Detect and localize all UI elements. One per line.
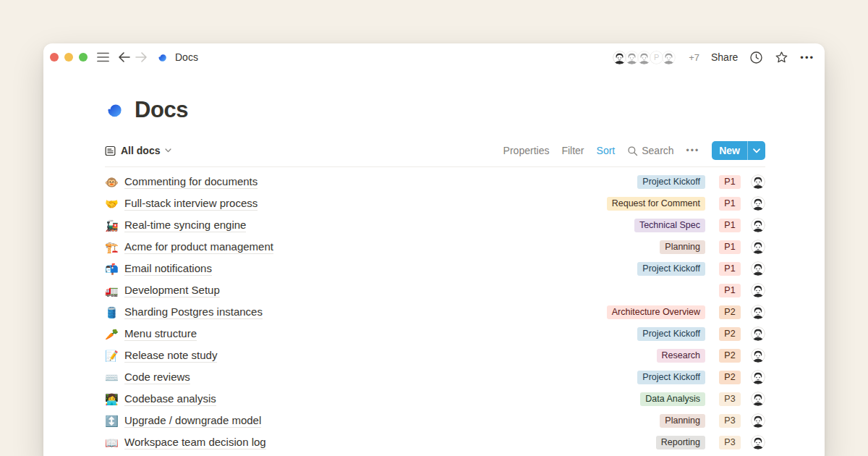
doc-title[interactable]: Email notifications	[124, 262, 212, 276]
doc-emoji-icon: 🛢️	[105, 307, 124, 318]
traffic-lights	[50, 53, 88, 62]
doc-row[interactable]: 📝 Release note study Research P2	[105, 345, 765, 366]
doc-priority-badge[interactable]: P1	[719, 197, 741, 211]
share-button[interactable]: Share	[711, 51, 738, 63]
doc-priority-badge[interactable]: P2	[719, 349, 741, 363]
doc-row[interactable]: 📬 Email notifications Project Kickoff P1	[105, 258, 765, 279]
doc-row[interactable]: 🤝 Full-stack interview process Request f…	[105, 193, 765, 214]
favorite-star-icon[interactable]	[775, 51, 788, 64]
view-more-icon[interactable]: •••	[686, 145, 700, 156]
doc-type-tag[interactable]: Research	[657, 349, 706, 363]
collaborators-overflow-count: +7	[689, 52, 699, 63]
doc-emoji-icon: 📬	[105, 263, 124, 274]
doc-emoji-icon: ⌨️	[105, 372, 124, 383]
doc-title[interactable]: Menu structure	[124, 327, 197, 341]
search-icon	[627, 145, 638, 156]
doc-emoji-icon: ↕️	[105, 415, 124, 426]
doc-row[interactable]: 🥕 Menu structure Project Kickoff P2	[105, 323, 765, 345]
docs-list: 🐵 Commenting for documents Project Kicko…	[105, 171, 765, 456]
doc-type-tag[interactable]: Request for Comment	[607, 197, 705, 211]
doc-priority-badge[interactable]: P2	[719, 327, 741, 341]
doc-type-tag[interactable]: Project Kickoff	[637, 327, 705, 341]
toolbar: Properties Filter Sort Search ••• New	[503, 141, 765, 160]
search-button[interactable]: Search	[627, 145, 673, 156]
doc-type-tag[interactable]: Project Kickoff	[637, 262, 705, 276]
doc-row[interactable]: 🐵 Commenting for documents Project Kicko…	[105, 171, 765, 193]
doc-row[interactable]: ⌨️ Code reviews Project Kickoff P2	[105, 366, 765, 388]
doc-title[interactable]: Full-stack interview process	[124, 197, 258, 211]
doc-title[interactable]: Acme for product management	[124, 240, 273, 254]
doc-type-tag[interactable]: Architecture Overview	[607, 305, 705, 319]
doc-type-tag[interactable]: Data Analysis	[640, 392, 705, 406]
new-button-label: New	[712, 145, 747, 156]
assignee-avatar[interactable]	[751, 196, 765, 211]
doc-type-tag[interactable]: Project Kickoff	[637, 175, 705, 189]
assignee-avatar[interactable]	[751, 283, 765, 297]
assignee-avatar[interactable]	[751, 240, 765, 254]
doc-priority-badge[interactable]: P1	[719, 262, 741, 276]
view-selector[interactable]: All docs	[105, 145, 171, 156]
chevron-down-icon	[165, 148, 171, 153]
doc-priority-badge[interactable]: P1	[719, 219, 741, 232]
doc-emoji-icon: 🚂	[105, 220, 124, 231]
collaborator-avatar[interactable]	[660, 49, 677, 66]
assignee-avatar[interactable]	[751, 174, 765, 189]
doc-priority-badge[interactable]: P2	[719, 371, 741, 384]
sidebar-menu-icon[interactable]	[97, 52, 109, 62]
assignee-avatar[interactable]	[751, 370, 765, 384]
doc-title[interactable]: Sharding Postgres instances	[124, 305, 263, 319]
assignee-avatar[interactable]	[751, 305, 765, 319]
doc-title[interactable]: Commenting for documents	[124, 175, 258, 189]
doc-row[interactable]: 🌱 Performance feedback Research P3	[105, 453, 765, 456]
back-arrow-icon[interactable]	[118, 52, 130, 62]
doc-type-tag[interactable]: Planning	[660, 240, 705, 254]
doc-priority-badge[interactable]: P3	[719, 436, 741, 449]
properties-button[interactable]: Properties	[503, 145, 550, 156]
list-view-icon	[105, 145, 116, 156]
new-button[interactable]: New	[712, 141, 765, 160]
doc-priority-badge[interactable]: P1	[719, 175, 741, 189]
zoom-window-button[interactable]	[79, 53, 88, 62]
doc-title[interactable]: Upgrade / downgrade model	[124, 414, 261, 428]
filter-button[interactable]: Filter	[561, 145, 584, 156]
assignee-avatar[interactable]	[751, 218, 765, 232]
doc-title[interactable]: Real-time syncing engine	[124, 219, 246, 232]
doc-title[interactable]: Codebase analysis	[124, 392, 216, 406]
doc-row[interactable]: 👩‍💻 Codebase analysis Data Analysis P3	[105, 388, 765, 410]
doc-row[interactable]: ↕️ Upgrade / downgrade model Planning P3	[105, 410, 765, 431]
avatar-stack: P	[611, 49, 677, 66]
doc-row[interactable]: 🚂 Real-time syncing engine Technical Spe…	[105, 214, 765, 236]
doc-title[interactable]: Release note study	[124, 349, 217, 363]
doc-type-tag[interactable]: Reporting	[656, 436, 705, 449]
more-options-icon[interactable]: •••	[800, 52, 814, 63]
assignee-avatar[interactable]	[751, 348, 765, 363]
updates-clock-icon[interactable]	[749, 51, 763, 64]
assignee-avatar[interactable]	[751, 326, 765, 341]
new-dropdown-chevron[interactable]	[747, 141, 765, 160]
doc-row[interactable]: 🏗️ Acme for product management Planning …	[105, 236, 765, 258]
doc-emoji-icon: 📝	[105, 350, 124, 361]
doc-priority-badge[interactable]: P3	[719, 392, 741, 406]
forward-arrow-icon[interactable]	[135, 52, 148, 62]
minimize-window-button[interactable]	[64, 53, 73, 62]
doc-type-tag[interactable]: Technical Spec	[634, 219, 705, 232]
doc-row[interactable]: 📖 Workspace team decision log Reporting …	[105, 431, 765, 453]
doc-priority-badge[interactable]: P1	[719, 240, 741, 254]
doc-title[interactable]: Workspace team decision log	[124, 436, 266, 449]
assignee-avatar[interactable]	[751, 392, 765, 406]
window-title: Docs	[175, 51, 198, 63]
doc-priority-badge[interactable]: P2	[719, 305, 741, 319]
doc-row[interactable]: 🚛 Development Setup P1	[105, 279, 765, 301]
assignee-avatar[interactable]	[751, 435, 765, 449]
doc-type-tag[interactable]: Project Kickoff	[637, 371, 705, 384]
doc-priority-badge[interactable]: P1	[719, 284, 741, 297]
close-window-button[interactable]	[50, 53, 59, 62]
doc-title[interactable]: Code reviews	[124, 371, 190, 384]
assignee-avatar[interactable]	[751, 261, 765, 276]
sort-button[interactable]: Sort	[597, 145, 616, 156]
doc-title[interactable]: Development Setup	[124, 284, 220, 297]
doc-row[interactable]: 🛢️ Sharding Postgres instances Architect…	[105, 301, 765, 323]
doc-priority-badge[interactable]: P3	[719, 414, 741, 428]
doc-type-tag[interactable]: Planning	[660, 414, 705, 428]
assignee-avatar[interactable]	[751, 413, 765, 428]
